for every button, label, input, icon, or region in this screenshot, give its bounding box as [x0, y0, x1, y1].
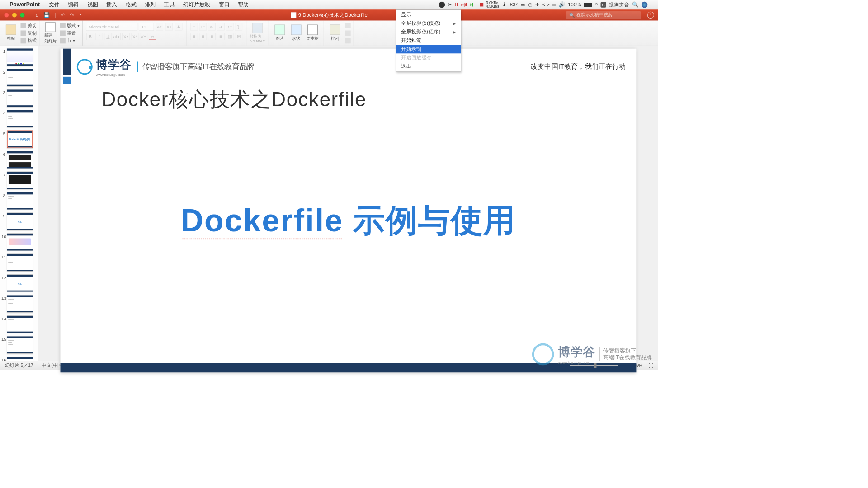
thumbnail-1[interactable]: 1: [1, 48, 37, 66]
temp-icon[interactable]: 🌡: [502, 2, 507, 8]
valign-icon[interactable]: ⊞: [235, 33, 242, 40]
shape-fill-icon[interactable]: [345, 30, 351, 37]
slide[interactable]: 博学谷www.boxuegu.com 传智播客旗下高端IT在线教育品牌 改变中国…: [60, 49, 636, 373]
display-icon[interactable]: ▭: [520, 1, 525, 8]
strike-icon[interactable]: abc: [113, 33, 121, 40]
menu-edit[interactable]: 编辑: [64, 1, 83, 8]
bullets-icon[interactable]: ≡: [190, 23, 198, 31]
dd-fullscreen-preview[interactable]: 全屏投影仪(预览)▶: [396, 19, 461, 28]
thumbnail-12[interactable]: 12Title: [1, 274, 37, 292]
clock-icon[interactable]: ◷: [528, 1, 533, 8]
text-dir-icon[interactable]: ⤵: [235, 23, 242, 31]
plane-icon[interactable]: ✈: [535, 1, 540, 8]
notification-icon[interactable]: ☰: [650, 1, 655, 8]
qat-redo-icon[interactable]: ↷: [70, 12, 75, 19]
dd-show[interactable]: 显示: [396, 11, 461, 19]
slide-title[interactable]: Docker核心技术之Dockerfile: [101, 86, 367, 113]
section-button[interactable]: 节 ▾: [60, 37, 80, 44]
wifi-icon[interactable]: ⌔: [595, 2, 598, 8]
thumbnail-11[interactable]: 11────────────: [1, 253, 37, 271]
underline-icon[interactable]: U: [104, 33, 112, 40]
activity-graph2-icon[interactable]: [470, 2, 477, 7]
font-color-icon[interactable]: A: [149, 33, 156, 40]
scissors-icon[interactable]: ✂: [448, 1, 453, 8]
indent-dec-icon[interactable]: ⇤: [208, 23, 216, 31]
thumbnail-7[interactable]: 7: [1, 171, 37, 189]
dd-start-stream[interactable]: 开始推流: [396, 36, 461, 45]
dd-exit[interactable]: 退出: [396, 62, 461, 70]
thumbnail-13[interactable]: 13────────────: [1, 295, 37, 312]
thumbnail-10[interactable]: 10: [1, 233, 37, 251]
font-size-select[interactable]: 13: [139, 23, 154, 31]
line-spacing-icon[interactable]: ↕≡: [226, 23, 234, 31]
slide-thumbnail-panel[interactable]: 12────────────3────────────4────────────…: [0, 46, 38, 361]
thumbnail-16[interactable]: 16: [1, 357, 37, 361]
thumbnail-4[interactable]: 4────────────: [1, 110, 37, 127]
code-icon[interactable]: < >: [542, 2, 550, 8]
expand-ribbon-button[interactable]: ^: [647, 12, 654, 19]
minimize-button[interactable]: [12, 13, 17, 18]
picture-button[interactable]: 图片: [272, 22, 288, 44]
menu-slideshow[interactable]: 幻灯片放映: [179, 1, 215, 8]
close-button[interactable]: [4, 13, 9, 18]
maximize-button[interactable]: [20, 13, 25, 18]
thumbnail-6[interactable]: 6: [1, 151, 37, 169]
shape-outline-icon[interactable]: [345, 37, 351, 44]
thumbnail-5[interactable]: 5Dockerfile 示例与使用: [1, 130, 37, 148]
menu-window[interactable]: 窗口: [215, 1, 234, 8]
menu-help[interactable]: 帮助: [234, 1, 253, 8]
slide-main-text[interactable]: Dockerfile 示例与使用: [60, 199, 636, 242]
italic-icon[interactable]: I: [95, 33, 103, 40]
activity-graph-icon[interactable]: [461, 2, 467, 7]
thumbnail-8[interactable]: 8────────────: [1, 192, 37, 210]
highlight-icon[interactable]: aY: [140, 33, 147, 40]
thumbnail-2[interactable]: 2────────────: [1, 69, 37, 86]
decrease-font-icon[interactable]: A↓: [165, 23, 173, 31]
sup-icon[interactable]: X²: [131, 33, 139, 40]
menu-view[interactable]: 视图: [83, 1, 102, 8]
clear-format-icon[interactable]: A̸: [175, 23, 183, 31]
font-name-select[interactable]: Microsoft YaHei: [86, 23, 137, 31]
numbering-icon[interactable]: 1≡: [199, 23, 207, 31]
ime-icon[interactable]: S: [601, 2, 606, 7]
dd-fullscreen-program[interactable]: 全屏投影仪(程序)▶: [396, 28, 461, 36]
thumbnail-3[interactable]: 3────────────: [1, 89, 37, 107]
copy-button[interactable]: 复制: [20, 30, 36, 37]
menu-tools[interactable]: 工具: [160, 1, 179, 8]
qat-save-icon[interactable]: 💾: [43, 12, 50, 19]
menu-insert[interactable]: 插入: [102, 1, 121, 8]
reset-button[interactable]: 重置: [60, 30, 80, 37]
pause-icon[interactable]: II: [455, 2, 458, 8]
menu-file[interactable]: 文件: [45, 1, 64, 8]
sub-icon[interactable]: X₂: [122, 33, 130, 40]
new-slide-button[interactable]: 新建 幻灯片: [42, 22, 58, 44]
cut-button[interactable]: 剪切: [20, 22, 36, 29]
thumbnail-9[interactable]: 9Title: [1, 212, 37, 230]
justify-icon[interactable]: ≡: [217, 33, 225, 40]
indent-inc-icon[interactable]: ⇥: [217, 23, 225, 31]
rec-icon[interactable]: [480, 3, 483, 6]
format-painter-button[interactable]: 格式: [20, 37, 36, 44]
battery-icon[interactable]: [584, 3, 592, 7]
paste-button[interactable]: 粘贴: [3, 22, 19, 44]
obs-icon[interactable]: [439, 1, 445, 8]
textbox-button[interactable]: 文本框: [304, 22, 321, 44]
bold-icon[interactable]: B: [86, 33, 94, 40]
dropbox-icon[interactable]: ⧈: [552, 1, 556, 8]
thumbnail-14[interactable]: 14────────────: [1, 315, 37, 333]
align-center-icon[interactable]: ≡: [199, 33, 207, 40]
quick-style-icon[interactable]: [345, 22, 351, 29]
qat-undo-icon[interactable]: ↶: [61, 12, 66, 19]
siri-icon[interactable]: [642, 1, 648, 8]
thumbnail-15[interactable]: 15────────────: [1, 336, 37, 353]
shape-button[interactable]: 形状: [288, 22, 304, 44]
app-name[interactable]: PowerPoint: [9, 1, 44, 8]
spotlight-icon[interactable]: 🔍: [632, 1, 638, 8]
qat-more-icon[interactable]: ▾: [80, 12, 82, 19]
arrange-button[interactable]: 排列: [327, 22, 343, 44]
dd-start-record[interactable]: 开始录制: [396, 45, 461, 53]
layout-button[interactable]: 版式 ▾: [60, 22, 80, 29]
smartart-button[interactable]: 转换为 SmartArt: [249, 22, 265, 44]
align-left-icon[interactable]: ≡: [190, 33, 198, 40]
align-right-icon[interactable]: ≡: [208, 33, 216, 40]
